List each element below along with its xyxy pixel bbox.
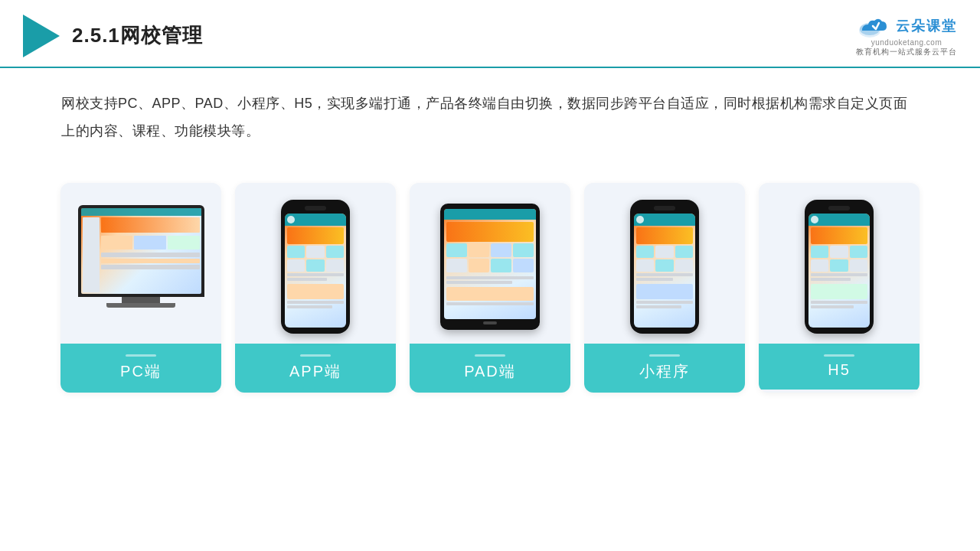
phone-screen xyxy=(808,214,870,328)
platform-cards: PC端 xyxy=(0,160,980,416)
card-app[interactable]: APP端 xyxy=(235,183,396,393)
play-icon xyxy=(23,15,60,57)
pad-mockup xyxy=(440,204,540,330)
card-miniprogram-image xyxy=(584,183,745,344)
phone-mini-mockup xyxy=(630,200,699,334)
page-title: 2.5.1网校管理 xyxy=(72,22,203,49)
label-bar xyxy=(649,354,680,357)
description-paragraph: 网校支持PC、APP、PAD、小程序、H5，实现多端打通，产品各终端自由切换，数… xyxy=(61,90,919,145)
card-h5-image xyxy=(759,183,920,344)
card-pad-image xyxy=(410,183,570,344)
brand-tagline: 教育机构一站式服务云平台 xyxy=(856,47,957,57)
pad-screen xyxy=(444,209,536,319)
label-bar xyxy=(824,354,854,357)
brand-domain: yunduoketang.com xyxy=(871,38,942,47)
phone-screen xyxy=(285,214,346,328)
header: 2.5.1网校管理 云朵课堂 yunduoketang.com 教育机构一站式服… xyxy=(0,0,980,68)
phone-app-mockup xyxy=(281,200,350,334)
card-app-label: APP端 xyxy=(235,344,396,393)
header-left: 2.5.1网校管理 xyxy=(23,15,203,57)
pc-mockup xyxy=(76,205,206,328)
card-app-image xyxy=(235,183,396,344)
phone-notch xyxy=(654,206,675,210)
card-h5-label: H5 xyxy=(759,344,920,390)
cloud-logo: 云朵课堂 xyxy=(856,14,957,38)
label-bar xyxy=(126,354,156,357)
label-bar xyxy=(300,354,331,357)
card-pc-image xyxy=(60,183,221,344)
card-pc[interactable]: PC端 xyxy=(60,183,221,393)
cloud-svg-icon xyxy=(856,14,891,38)
phone-notch xyxy=(305,206,326,210)
card-miniprogram[interactable]: 小程序 xyxy=(584,183,745,393)
phone-notch xyxy=(828,206,850,210)
card-pc-label: PC端 xyxy=(60,344,221,393)
card-h5[interactable]: H5 xyxy=(759,183,920,393)
phone-screen xyxy=(634,214,695,328)
brand-logo: 云朵课堂 yunduoketang.com 教育机构一站式服务云平台 xyxy=(856,14,957,57)
card-miniprogram-label: 小程序 xyxy=(584,344,745,393)
description-text: 网校支持PC、APP、PAD、小程序、H5，实现多端打通，产品各终端自由切换，数… xyxy=(0,68,980,152)
brand-name: 云朵课堂 xyxy=(896,17,957,35)
phone-h5-mockup xyxy=(805,200,874,334)
label-bar xyxy=(475,354,505,357)
card-pad[interactable]: PAD端 xyxy=(410,183,570,393)
card-pad-label: PAD端 xyxy=(410,344,570,393)
